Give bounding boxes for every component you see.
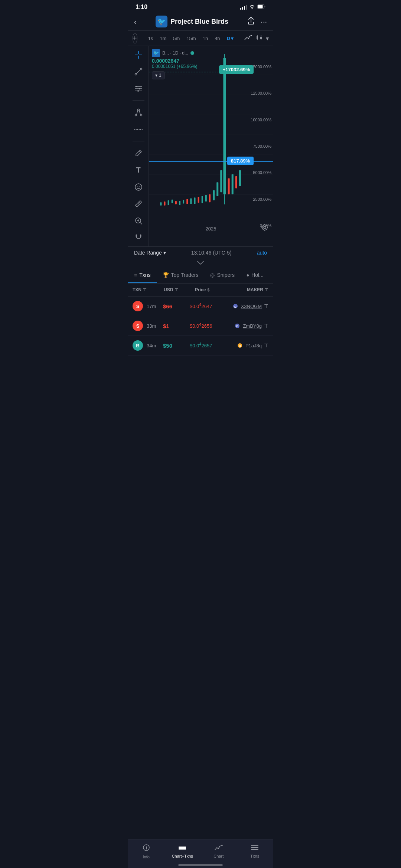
text-tool[interactable]: T (133, 165, 144, 175)
txn-usd: $66 (163, 303, 188, 309)
svg-line-42 (140, 222, 142, 224)
more-chart-options-icon[interactable]: ▾ (266, 35, 269, 42)
tf-1h[interactable]: 1h (200, 34, 211, 43)
tf-4h[interactable]: 4h (212, 34, 222, 43)
txn-price: $0.042656 (190, 323, 228, 329)
maker-filter-icon[interactable]: ⊤ (265, 288, 268, 292)
tool-separator-2 (133, 141, 144, 141)
add-indicator-button[interactable]: + (133, 33, 137, 43)
svg-text:★: ★ (238, 344, 241, 348)
date-range-label: Date Range (134, 250, 162, 256)
candlestick-chart-icon[interactable] (255, 35, 263, 42)
line-chart-icon[interactable] (244, 35, 252, 42)
zoom-tool[interactable] (133, 216, 144, 226)
svg-rect-55 (164, 202, 165, 206)
chart-price-change: 0.00001051 (+65.96%) (152, 64, 197, 69)
maker-address[interactable]: X3NQGM (241, 304, 262, 309)
header-left: ‹ (134, 17, 137, 26)
tf-daily-dropdown[interactable]: D ▾ (224, 34, 236, 43)
th-maker: MAKER ⊤ (232, 287, 268, 292)
th-txn: TXN ⊤ (133, 287, 162, 292)
crosshair-tool[interactable] (133, 50, 144, 60)
price-filter-icon[interactable]: $ (207, 288, 209, 292)
svg-point-79 (262, 225, 267, 230)
auto-scale-button[interactable]: auto (257, 250, 267, 256)
ruler-tool[interactable] (133, 199, 144, 209)
header-center: 🐦 Project Blue Birds (137, 16, 248, 27)
svg-rect-75 (232, 174, 234, 194)
tf-1m[interactable]: 1m (157, 34, 169, 43)
status-time: 1:10 (136, 4, 147, 10)
svg-point-18 (136, 86, 137, 87)
back-button[interactable]: ‹ (134, 17, 137, 26)
svg-point-23 (140, 114, 142, 116)
svg-rect-61 (186, 199, 188, 204)
date-range-button[interactable]: Date Range ▾ (134, 250, 166, 256)
share-button[interactable] (247, 17, 255, 27)
chart-container[interactable]: T (128, 46, 273, 246)
chart-header-info: 🐦 B... · 1D · d... (152, 49, 194, 57)
maker-filter-button[interactable]: ⊤ (264, 343, 268, 348)
maker-filter-button[interactable]: ⊤ (264, 323, 268, 329)
status-icons (240, 4, 265, 10)
more-button[interactable]: ··· (261, 17, 267, 26)
tf-15m[interactable]: 15m (184, 34, 198, 43)
svg-rect-69 (216, 182, 218, 196)
signal-bars-icon (240, 4, 247, 10)
svg-text:D: D (234, 305, 237, 308)
top-traders-tab-label: Top Traders (171, 272, 199, 278)
svg-rect-54 (160, 202, 162, 206)
tab-top-traders[interactable]: 🏆 Top Traders (157, 268, 205, 283)
chart-toolbar: T (128, 46, 149, 246)
tab-snipers[interactable]: ◎ Snipers (204, 268, 240, 283)
svg-point-20 (137, 90, 139, 92)
dash-tool[interactable] (133, 124, 144, 134)
svg-rect-2 (257, 36, 258, 39)
svg-point-33 (135, 184, 142, 190)
tab-holders[interactable]: ♦ Hol... (241, 268, 270, 283)
collapse-handle[interactable] (128, 259, 273, 268)
emoji-tool[interactable] (133, 182, 144, 192)
usd-filter-icon[interactable]: ⊤ (175, 288, 178, 292)
svg-point-22 (137, 109, 139, 111)
chart-token-mini: 🐦 (152, 49, 160, 57)
svg-rect-64 (198, 197, 199, 203)
chart-main[interactable]: 🐦 B... · 1D · d... 0.00002647 0.00001051… (149, 46, 273, 246)
pencil-tool[interactable] (133, 148, 144, 158)
multi-line-tool[interactable] (133, 83, 144, 94)
txns-tab-label: Txns (139, 272, 150, 278)
txn-time: 33m (147, 323, 162, 329)
line-tool[interactable] (133, 66, 144, 76)
txn-tab-bar: ≡ Txns 🏆 Top Traders ◎ Snipers ♦ Hol... (128, 268, 273, 284)
chart-type-icons: ▾ (244, 35, 269, 42)
snipers-tab-icon: ◎ (210, 272, 215, 278)
svg-rect-70 (220, 170, 222, 192)
magnet-tool[interactable] (133, 233, 144, 243)
status-bar: 1:10 (128, 0, 273, 13)
txn-maker: D ZmBY8g ⊤ (230, 322, 268, 329)
price-label-6: 2500.00% (251, 197, 271, 202)
path-tool[interactable] (133, 107, 144, 117)
tf-5m[interactable]: 5m (170, 34, 182, 43)
svg-line-25 (139, 111, 140, 114)
tool-separator-1 (133, 100, 144, 101)
txn-filter-icon[interactable]: ⊤ (143, 288, 147, 292)
svg-rect-62 (190, 198, 192, 204)
tab-txns[interactable]: ≡ Txns (128, 268, 157, 283)
tf-1s[interactable]: 1s (146, 34, 156, 43)
chart-legend-button[interactable]: ▾ 1 (152, 71, 165, 79)
svg-line-38 (137, 204, 138, 204)
maker-address[interactable]: ZmBY8g (243, 323, 262, 329)
txn-price: $0.042657 (190, 343, 228, 348)
price-label-4: 7500.00% (251, 144, 271, 148)
txn-usd: $50 (163, 343, 188, 349)
maker-filter-button[interactable]: ⊤ (264, 303, 268, 309)
maker-address[interactable]: P1aJ8q (245, 343, 262, 348)
svg-point-26 (134, 129, 136, 130)
price-label-1: 15000.00% (251, 65, 271, 69)
header-right: ··· (247, 17, 267, 27)
price-labels: 15000.00% 12500.00% 10000.00% 7500.00% 5… (251, 46, 271, 232)
svg-line-24 (137, 111, 138, 114)
svg-rect-66 (205, 195, 207, 202)
chart-settings-icon[interactable] (261, 224, 268, 233)
